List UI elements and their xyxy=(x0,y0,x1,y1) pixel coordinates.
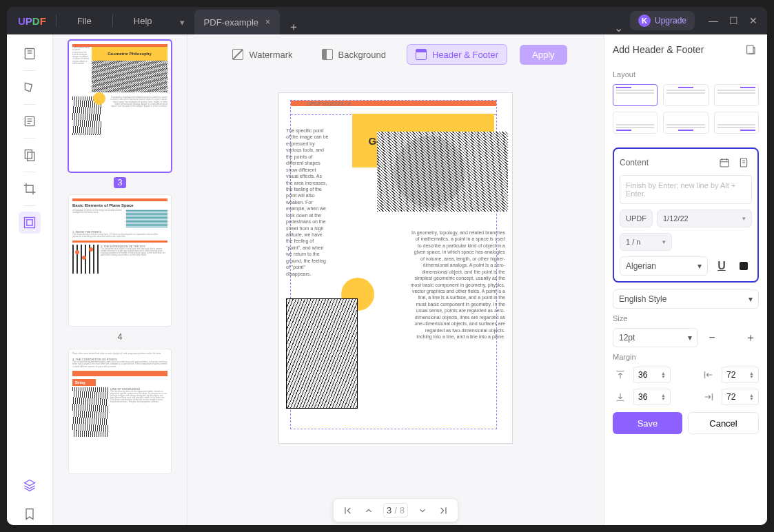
reader-tool[interactable] xyxy=(19,43,41,65)
header-footer-icon xyxy=(416,49,427,60)
first-page-icon[interactable] xyxy=(342,505,354,516)
tab-header-footer[interactable]: Header & Footer xyxy=(407,44,507,65)
text-color-icon[interactable] xyxy=(735,258,752,274)
insert-page-icon[interactable] xyxy=(735,154,752,171)
app-window: UPDF File Help ▾ PDF-example × ＋ ⌄ K Upg… xyxy=(7,7,767,525)
chip-page[interactable]: 1 / n▾ xyxy=(620,233,672,251)
apply-button[interactable]: Apply xyxy=(520,45,567,65)
background-icon xyxy=(322,49,333,60)
margin-right-icon xyxy=(701,391,716,402)
separator xyxy=(23,138,36,139)
svg-rect-4 xyxy=(25,218,35,228)
tab-generic[interactable]: ▾ xyxy=(170,10,194,34)
layout-option-bottom-center[interactable] xyxy=(663,112,708,134)
minimize-icon[interactable]: — xyxy=(709,15,718,26)
organize-tool[interactable] xyxy=(19,144,41,166)
chevron-down-icon: ▾ xyxy=(688,333,692,342)
chevron-down-icon: ▾ xyxy=(748,294,753,304)
svg-rect-6 xyxy=(747,45,753,54)
size-select[interactable]: 12pt▾ xyxy=(613,328,698,347)
prev-page-icon[interactable] xyxy=(363,506,375,515)
margin-top-input[interactable]: 36▲▼ xyxy=(633,367,671,383)
margin-bottom-icon xyxy=(613,391,628,402)
chevron-down-icon: ▾ xyxy=(180,17,185,28)
app-logo: UPDF xyxy=(18,15,46,27)
bookmark-tool[interactable] xyxy=(19,503,41,525)
underline-icon[interactable]: U xyxy=(713,258,730,274)
menu-file[interactable]: File xyxy=(77,16,92,26)
margin-bottom-input[interactable]: 36▲▼ xyxy=(633,389,671,405)
next-page-icon[interactable] xyxy=(416,506,429,515)
last-page-icon[interactable] xyxy=(437,505,449,516)
header-preview-text: UPDF1/12/223 / 8 xyxy=(307,101,351,107)
avatar: K xyxy=(638,14,651,27)
page-number-input[interactable]: 3 / 8 xyxy=(383,503,408,518)
size-label: Size xyxy=(613,314,759,323)
crop-tool[interactable] xyxy=(19,178,41,200)
chip-brand[interactable]: UPDF xyxy=(620,209,653,227)
new-tab-button[interactable]: ＋ xyxy=(280,20,307,34)
svg-rect-5 xyxy=(27,220,32,225)
layout-option-bottom-left[interactable] xyxy=(613,112,658,134)
title-bar: UPDF File Help ▾ PDF-example × ＋ ⌄ K Upg… xyxy=(7,7,767,34)
tab-background[interactable]: Background xyxy=(314,45,394,64)
layout-option-top-left[interactable] xyxy=(613,84,658,106)
layout-option-bottom-right[interactable] xyxy=(714,112,759,134)
tabs-overflow-icon[interactable]: ⌄ xyxy=(607,21,630,34)
editor-body: Lorem ipsum dolor sit amet consectetur e… xyxy=(7,34,767,525)
maximize-icon[interactable]: ☐ xyxy=(729,15,738,26)
font-select[interactable]: Algerian▾ xyxy=(620,256,708,276)
close-window-icon[interactable]: ✕ xyxy=(749,15,757,26)
menu-help[interactable]: Help xyxy=(134,16,152,26)
page-text-left: The specific point of the image can be e… xyxy=(286,127,329,277)
thumb-title: Geometric Philosophy xyxy=(92,47,167,61)
save-button[interactable]: Save xyxy=(613,412,682,434)
thumbnail-panel: Lorem ipsum dolor sit amet consectetur e… xyxy=(53,34,187,525)
page-tools-tool[interactable] xyxy=(19,212,41,234)
chevron-down-icon: ▾ xyxy=(697,261,702,271)
svg-rect-0 xyxy=(25,49,34,59)
account-area: K Upgrade xyxy=(630,11,699,30)
margin-top-icon xyxy=(613,369,628,380)
layout-option-top-right[interactable] xyxy=(714,84,759,106)
panel-title: Add Header & Footer xyxy=(613,44,704,55)
margin-left-icon xyxy=(701,369,716,380)
thumbnail-page-3[interactable]: Lorem ipsum dolor sit amet consectetur e… xyxy=(68,40,172,172)
header-footer-panel: Add Header & Footer Layout Content xyxy=(604,34,767,525)
page-text-right: In geometry, topology, and related branc… xyxy=(410,229,505,340)
cancel-button[interactable]: Cancel xyxy=(688,412,759,434)
size-increase-button[interactable]: ＋ xyxy=(742,329,759,346)
close-tab-icon[interactable]: × xyxy=(265,17,270,27)
size-decrease-button[interactable]: − xyxy=(704,329,720,346)
thumbnail-page-5[interactable]: Point a line const located and refers to… xyxy=(68,349,172,474)
layout-option-top-center[interactable] xyxy=(663,84,708,106)
window-controls: — ☐ ✕ xyxy=(699,15,767,26)
separator xyxy=(112,14,113,27)
edit-tool[interactable] xyxy=(19,110,41,132)
tab-watermark[interactable]: Watermark xyxy=(224,45,301,64)
thumbnail-page-4[interactable]: Basic Elements of Plane Space compositio… xyxy=(68,194,172,327)
chevron-down-icon: ▾ xyxy=(662,238,666,245)
chip-date[interactable]: 1/12/22▾ xyxy=(657,209,752,227)
separator xyxy=(23,172,36,172)
left-tool-rail xyxy=(7,34,53,525)
save-template-icon[interactable] xyxy=(742,41,759,58)
tab-strip: ▾ PDF-example × ＋ ⌄ xyxy=(170,7,630,34)
upgrade-button[interactable]: K Upgrade xyxy=(630,11,695,30)
content-section: Content Finish by Enter; new line by Alt… xyxy=(613,147,759,283)
layout-label: Layout xyxy=(613,70,759,79)
thumb-label-3: 3 xyxy=(68,178,172,187)
margin-left-input[interactable]: 72▲▼ xyxy=(722,367,759,383)
number-style-select[interactable]: English Style▾ xyxy=(613,289,759,309)
separator xyxy=(23,104,36,105)
thumb-label-4: 4 xyxy=(68,332,172,342)
page-artwork-right xyxy=(377,132,508,212)
layers-tool[interactable] xyxy=(19,474,41,496)
svg-rect-3 xyxy=(28,152,34,161)
tab-pdf-example[interactable]: PDF-example × xyxy=(194,10,280,34)
insert-date-icon[interactable] xyxy=(716,154,733,171)
margin-right-input[interactable]: 72▲▼ xyxy=(722,389,759,405)
page-tools-tabs: Watermark Background Header & Footer App… xyxy=(224,44,567,65)
content-input[interactable]: Finish by Enter; new line by Alt + Enter… xyxy=(620,175,752,204)
comment-tool[interactable] xyxy=(19,76,41,99)
